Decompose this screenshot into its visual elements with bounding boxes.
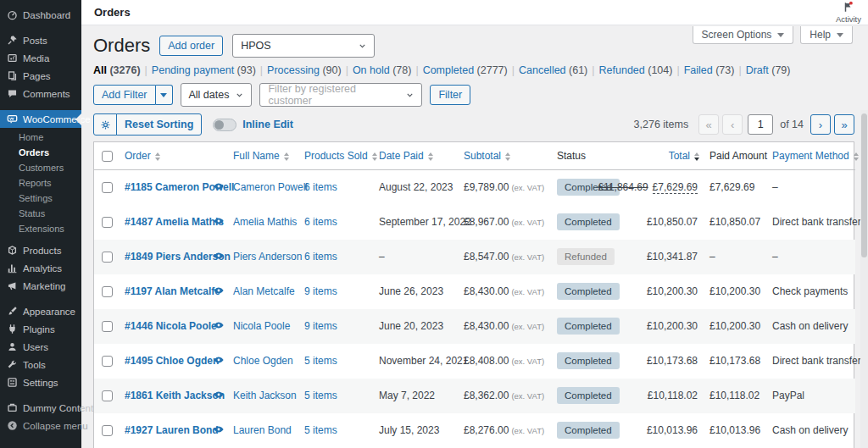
last-page-button[interactable]: » — [834, 114, 854, 135]
sidebar-item-products[interactable]: Products — [0, 241, 81, 259]
column-header-full_name[interactable]: Full Name — [228, 142, 299, 170]
sidebar-item-posts[interactable]: Posts — [0, 31, 81, 49]
full-name-link[interactable]: Piers Anderson — [233, 251, 302, 263]
submenu-item-home[interactable]: Home — [0, 130, 81, 145]
customer-filter-select[interactable]: Filter by registered customer — [259, 83, 422, 107]
column-header-subtotal[interactable]: Subtotal — [459, 142, 552, 170]
submenu-item-customers[interactable]: Customers — [0, 160, 81, 175]
column-header-payment_method[interactable]: Payment Method — [767, 142, 855, 170]
full-name-link[interactable]: Cameron Powell — [233, 181, 308, 193]
sidebar-item-comments[interactable]: Comments — [0, 85, 81, 102]
row-checkbox[interactable] — [102, 182, 113, 193]
row-checkbox[interactable] — [102, 286, 113, 297]
inline-edit-toggle[interactable] — [213, 119, 236, 131]
order-preview-icon[interactable] — [213, 391, 225, 403]
row-checkbox[interactable] — [102, 321, 113, 332]
add-filter-button[interactable]: Add Filter — [93, 85, 156, 105]
products-sold-link[interactable]: 5 items — [304, 424, 337, 436]
select-all-checkbox[interactable] — [102, 151, 113, 162]
submenu-item-status[interactable]: Status — [0, 206, 81, 221]
sidebar-item-marketing[interactable]: Marketing — [0, 277, 81, 295]
status-filter-draft[interactable]: Draft (79) — [746, 64, 791, 76]
column-settings-button[interactable] — [93, 113, 117, 136]
sidebar-item-settings[interactable]: Settings — [0, 373, 81, 391]
sidebar-item-dashboard[interactable]: Dashboard — [0, 6, 81, 24]
full-name-link[interactable]: Chloe Ogden — [233, 355, 293, 367]
full-name-link[interactable]: Keith Jackson — [233, 390, 297, 401]
column-header-order[interactable]: Order — [120, 142, 208, 170]
sidebar-item-dummy-content[interactable]: Dummy Content — [0, 399, 81, 417]
status-filter-pending-payment[interactable]: Pending payment (93) — [152, 64, 256, 76]
row-checkbox[interactable] — [102, 425, 113, 436]
products-sold-link[interactable]: 6 items — [304, 181, 337, 193]
order-preview-icon[interactable] — [213, 252, 225, 264]
full-name-link[interactable]: Amelia Mathis — [233, 216, 297, 228]
row-checkbox[interactable] — [102, 356, 113, 367]
products-sold-cell: 9 items — [299, 274, 374, 309]
order-link[interactable]: #1495 Chloe Ogden — [125, 355, 219, 367]
order-link[interactable]: #1446 Nicola Poole — [125, 320, 217, 332]
order-preview-icon[interactable] — [213, 218, 225, 230]
column-header-date_paid[interactable]: Date Paid — [374, 142, 459, 170]
status-filter-completed[interactable]: Completed (2777) — [423, 64, 508, 76]
sidebar-item-plugins[interactable]: Plugins — [0, 320, 81, 338]
row-checkbox[interactable] — [102, 390, 113, 401]
prev-page-button[interactable]: ‹ — [722, 114, 743, 135]
status-filter-all[interactable]: All (3276) — [93, 64, 141, 76]
submenu-item-orders[interactable]: Orders — [0, 145, 81, 160]
full-name-link[interactable]: Nicola Poole — [233, 320, 290, 332]
order-link[interactable]: #1861 Keith Jackson — [125, 390, 225, 401]
separator: | — [592, 64, 594, 76]
submenu-item-settings[interactable]: Settings — [0, 191, 81, 206]
status-filter-failed[interactable]: Failed (73) — [684, 64, 735, 76]
activity-button[interactable]: Activity — [836, 1, 861, 25]
reset-sorting-button[interactable]: Reset Sorting — [116, 113, 202, 136]
current-page-input[interactable] — [748, 114, 773, 135]
next-page-button[interactable]: › — [810, 114, 831, 135]
vertical-scrollbar[interactable] — [860, 110, 868, 448]
products-sold-link[interactable]: 6 items — [304, 216, 337, 228]
order-preview-icon[interactable] — [213, 357, 225, 368]
order-preview-icon[interactable] — [213, 287, 225, 299]
row-checkbox[interactable] — [102, 252, 113, 263]
filter-button[interactable]: Filter — [430, 85, 470, 105]
order-preview-icon[interactable] — [213, 183, 225, 195]
products-sold-link[interactable]: 9 items — [304, 285, 337, 297]
first-page-button[interactable]: « — [698, 114, 719, 135]
submenu-item-extensions[interactable]: Extensions — [0, 221, 81, 236]
products-sold-link[interactable]: 9 items — [304, 320, 337, 332]
help-button[interactable]: Help — [800, 26, 853, 44]
column-header-products_sold[interactable]: Products Sold — [299, 142, 374, 170]
sidebar-item-collapse-menu[interactable]: Collapse menu — [0, 417, 81, 434]
add-filter-dropdown-button[interactable] — [156, 85, 173, 105]
add-order-button[interactable]: Add order — [159, 36, 223, 56]
sidebar-item-media[interactable]: Media — [0, 49, 81, 67]
row-checkbox[interactable] — [102, 217, 113, 228]
full-name-link[interactable]: Lauren Bond — [233, 424, 292, 436]
sidebar-item-analytics[interactable]: Analytics — [0, 259, 81, 277]
sidebar-item-tools[interactable]: Tools — [0, 356, 81, 373]
status-filter-on-hold[interactable]: On hold (78) — [353, 64, 412, 76]
sidebar-item-users[interactable]: Users — [0, 338, 81, 356]
full-name-link[interactable]: Alan Metcalfe — [233, 285, 295, 297]
submenu-item-reports[interactable]: Reports — [0, 175, 81, 191]
products-sold-link[interactable]: 5 items — [304, 390, 337, 401]
scrollbar-thumb[interactable] — [861, 113, 867, 257]
sidebar-item-pages[interactable]: Pages — [0, 67, 81, 85]
status-filter-cancelled[interactable]: Cancelled (61) — [519, 64, 587, 76]
status-filter-refunded[interactable]: Refunded (104) — [599, 64, 673, 76]
order-link[interactable]: #1927 Lauren Bond — [125, 424, 219, 436]
status-filter-processing[interactable]: Processing (90) — [267, 64, 342, 76]
column-header-total[interactable]: Total — [615, 142, 704, 170]
order-link[interactable]: #1197 Alan Metcalfe — [125, 285, 220, 297]
order-link[interactable]: #1487 Amelia Mathis — [125, 216, 224, 228]
screen-options-button[interactable]: Screen Options — [693, 26, 794, 44]
products-sold-link[interactable]: 6 items — [304, 251, 337, 263]
dates-select[interactable]: All dates — [181, 83, 253, 107]
order-type-select[interactable]: HPOS — [232, 34, 375, 58]
products-sold-link[interactable]: 5 items — [304, 355, 337, 367]
sidebar-item-woocommerce[interactable]: WooCommerce — [0, 110, 81, 128]
order-preview-icon[interactable] — [213, 426, 225, 438]
order-preview-icon[interactable] — [213, 322, 225, 334]
sidebar-item-appearance[interactable]: Appearance — [0, 302, 81, 320]
